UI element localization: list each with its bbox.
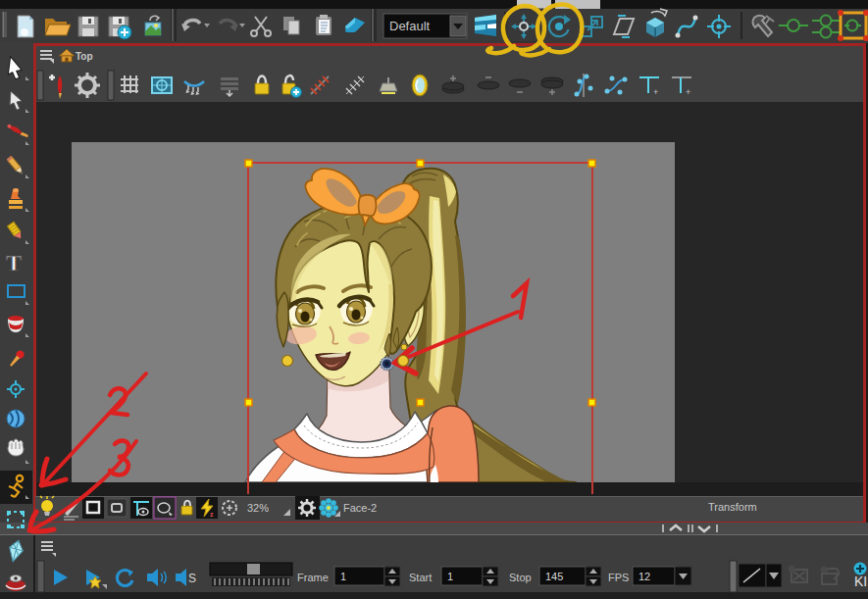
svg-text:z: z	[210, 511, 214, 518]
svg-text:12: 12	[638, 571, 650, 582]
svg-text:Default: Default	[389, 19, 431, 33]
svg-text:Face-2: Face-2	[343, 502, 377, 514]
svg-text:+: +	[686, 87, 690, 97]
svg-text:32%: 32%	[247, 502, 269, 514]
svg-text:FPS: FPS	[608, 572, 629, 583]
svg-text:145: 145	[545, 571, 563, 582]
svg-text:T: T	[6, 250, 22, 275]
svg-text:Top: Top	[76, 51, 93, 62]
svg-text:+: +	[653, 87, 658, 97]
svg-text:Frame: Frame	[297, 572, 329, 583]
svg-text:S: S	[188, 572, 196, 585]
svg-text:1: 1	[340, 571, 346, 582]
svg-text:KI: KI	[854, 574, 867, 589]
svg-text:Stop: Stop	[509, 572, 532, 583]
svg-text:1: 1	[447, 571, 453, 582]
svg-text:Start: Start	[409, 572, 432, 583]
svg-text:Transform: Transform	[708, 501, 757, 513]
